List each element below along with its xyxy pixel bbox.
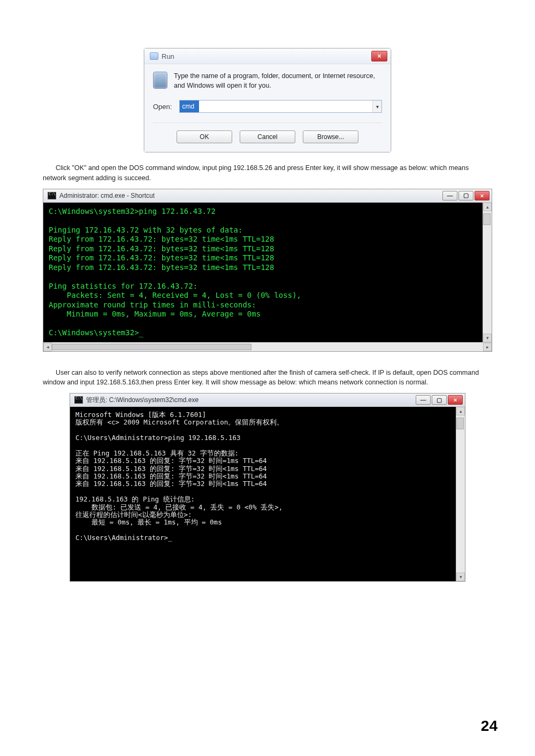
cmd2-titlebar: 管理员: C:\Windows\system32\cmd.exe — ▢ ×: [70, 394, 465, 407]
run-dialog-title: Run: [162, 52, 174, 60]
cmd2-title: 管理员: C:\Windows\system32\cmd.exe: [86, 396, 198, 405]
run-dialog-titlebar: Run ×: [144, 49, 391, 64]
vertical-scrollbar[interactable]: ▴ ▾: [483, 203, 492, 342]
cmd2-output: Microsoft Windows [版本 6.1.7601] 版权所有 <c>…: [70, 407, 465, 581]
run-description: Type the name of a program, folder, docu…: [174, 72, 382, 90]
horizontal-scrollbar[interactable]: ◂ ▸: [43, 342, 492, 351]
browse-button[interactable]: Browse...: [303, 130, 358, 143]
cmd-icon: [48, 192, 56, 199]
cmd1-output: C:\Windows\system32>ping 172.16.43.72 Pi…: [43, 203, 492, 342]
scroll-left-icon[interactable]: ◂: [43, 343, 52, 351]
open-input-value[interactable]: cmd: [180, 101, 199, 112]
cmd-window-1: Administrator: cmd.exe - Shortcut — ▢ × …: [43, 189, 492, 352]
scroll-down-icon[interactable]: ▾: [456, 573, 465, 581]
close-button[interactable]: ×: [475, 191, 490, 200]
close-button[interactable]: ×: [371, 51, 387, 61]
run-program-icon: [153, 72, 167, 89]
run-dialog: Run × Type the name of a program, folder…: [144, 48, 391, 152]
open-combobox[interactable]: cmd ▾: [179, 100, 382, 113]
scroll-up-icon[interactable]: ▴: [483, 203, 492, 211]
run-dialog-icon: [150, 52, 158, 60]
vertical-scrollbar[interactable]: ▴ ▾: [456, 407, 465, 581]
cmd1-title: Administrator: cmd.exe - Shortcut: [59, 192, 155, 199]
scroll-down-icon[interactable]: ▾: [483, 334, 492, 342]
cmd-icon: [74, 396, 83, 404]
close-button[interactable]: ×: [448, 395, 463, 405]
open-label: Open:: [153, 103, 172, 111]
minimize-button[interactable]: —: [416, 395, 431, 405]
doc-paragraph-2: User can also to verify network connecti…: [43, 368, 492, 388]
page-number: 24: [481, 718, 498, 735]
chevron-down-icon[interactable]: ▾: [372, 101, 381, 112]
maximize-button[interactable]: ▢: [432, 395, 447, 405]
cmd-window-2: 管理员: C:\Windows\system32\cmd.exe — ▢ × M…: [70, 393, 465, 582]
scroll-right-icon[interactable]: ▸: [483, 343, 492, 351]
scroll-up-icon[interactable]: ▴: [456, 407, 465, 415]
doc-paragraph-1: Click "OK" and open the DOS command wind…: [43, 163, 492, 183]
ok-button[interactable]: OK: [177, 130, 232, 143]
cmd1-titlebar: Administrator: cmd.exe - Shortcut — ▢ ×: [43, 189, 492, 203]
scroll-thumb[interactable]: [456, 418, 464, 429]
h-scroll-thumb[interactable]: [52, 344, 251, 350]
minimize-button[interactable]: —: [442, 191, 457, 200]
scroll-thumb[interactable]: [483, 213, 491, 225]
maximize-button[interactable]: ▢: [458, 191, 473, 200]
cancel-button[interactable]: Cancel: [240, 130, 295, 143]
